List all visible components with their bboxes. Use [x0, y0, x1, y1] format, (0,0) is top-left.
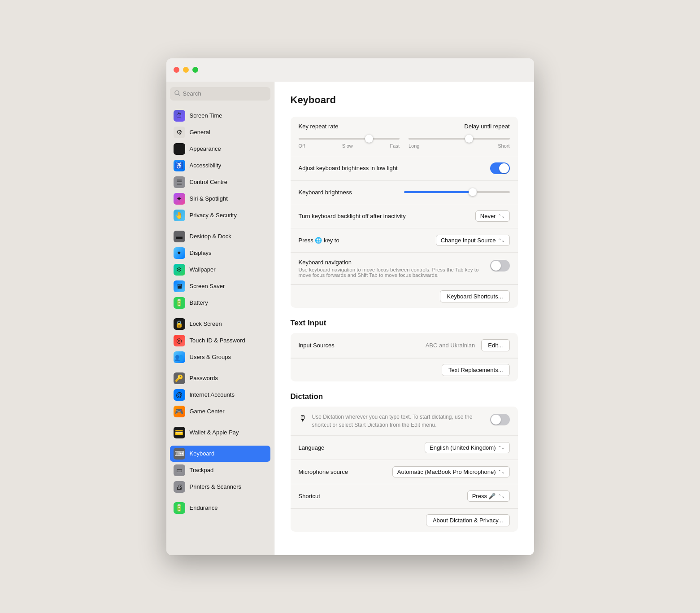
sidebar-item-users[interactable]: 👥Users & Groups	[170, 349, 270, 365]
touch-id-label: Touch ID & Password	[190, 337, 245, 344]
trackpad-icon: ▭	[174, 464, 185, 476]
minimize-button[interactable]	[183, 67, 189, 73]
backlight-label: Turn keyboard backlight off after inacti…	[299, 213, 475, 219]
internet-icon: @	[174, 389, 185, 401]
delay-repeat-track	[409, 138, 510, 140]
sidebar-item-game-center[interactable]: 🎮Game Center	[170, 403, 270, 420]
battery-label: Battery	[190, 299, 208, 306]
main-content: ⏱Screen Time⚙General●Appearance♿Accessib…	[166, 82, 534, 555]
screen-saver-icon: 🖥	[174, 280, 185, 292]
search-box[interactable]	[170, 87, 270, 101]
backlight-row: Turn keyboard backlight off after inacti…	[291, 204, 518, 228]
battery-icon: 🔋	[174, 297, 185, 309]
displays-icon: ✦	[174, 247, 185, 259]
shortcut-row: Shortcut Press 🎤 ⌃⌄	[291, 484, 518, 508]
appearance-label: Appearance	[190, 145, 221, 152]
brightness-toggle-knob	[499, 163, 509, 173]
desktop-label: Desktop & Dock	[190, 233, 231, 240]
language-row: Language English (United Kingdom) ⌃⌄	[291, 436, 518, 460]
text-replacements-button[interactable]: Text Replacements...	[442, 364, 509, 376]
keyboard-shortcuts-button[interactable]: Keyboard Shortcuts...	[440, 290, 509, 302]
text-input-title: Text Input	[291, 319, 518, 328]
sidebar-item-accessibility[interactable]: ♿Accessibility	[170, 158, 270, 174]
sidebar-item-screen-time[interactable]: ⏱Screen Time	[170, 108, 270, 124]
titlebar	[166, 58, 534, 82]
mic-source-dropdown[interactable]: Automatic (MacBook Pro Microphone) ⌃⌄	[392, 466, 510, 477]
sidebar-item-trackpad[interactable]: ▭Trackpad	[170, 462, 270, 478]
kb-brightness-slider[interactable]	[404, 191, 510, 193]
lock-screen-icon: 🔒	[174, 318, 185, 330]
sidebar-item-privacy[interactable]: 🤚Privacy & Security	[170, 207, 270, 223]
sidebar-item-passwords[interactable]: 🔑Passwords	[170, 370, 270, 386]
sidebar-spacer-18	[170, 420, 270, 425]
sidebar-item-siri[interactable]: ✦Siri & Spotlight	[170, 191, 270, 207]
main-panel: Keyboard Key repeat rate Delay until rep…	[274, 82, 534, 555]
privacy-icon: 🤚	[174, 210, 185, 221]
brightness-toggle[interactable]	[490, 162, 510, 174]
svg-line-1	[178, 94, 180, 96]
sidebar-spacer-12	[170, 311, 270, 316]
sidebar-item-battery[interactable]: 🔋Battery	[170, 295, 270, 311]
press-key-dropdown[interactable]: Change Input Source ⌃⌄	[436, 235, 510, 246]
game-center-label: Game Center	[190, 408, 225, 415]
shortcut-label: Shortcut	[299, 493, 467, 499]
touch-id-icon: ◎	[174, 335, 185, 346]
wallpaper-icon: ❄	[174, 264, 185, 276]
sidebar-item-screen-saver[interactable]: 🖥Screen Saver	[170, 278, 270, 294]
sidebar-item-wallpaper[interactable]: ❄Wallpaper	[170, 262, 270, 278]
brightness-label: Adjust keyboard brightness in low light	[299, 165, 490, 171]
wallpaper-label: Wallpaper	[190, 266, 216, 273]
sidebar-item-printers[interactable]: 🖨Printers & Scanners	[170, 479, 270, 495]
key-repeat-labels: Off Slow Fast	[299, 143, 400, 149]
sidebar-item-control-centre[interactable]: ☰Control Centre	[170, 174, 270, 190]
key-repeat-track	[299, 138, 400, 140]
language-dropdown[interactable]: English (United Kingdom) ⌃⌄	[425, 442, 509, 453]
search-icon	[174, 90, 180, 98]
sidebar-item-endurance[interactable]: 🔋Endurance	[170, 500, 270, 516]
nav-label: Keyboard navigation	[299, 259, 483, 266]
dictation-toggle[interactable]	[490, 414, 510, 425]
siri-icon: ✦	[174, 193, 185, 205]
privacy-button[interactable]: About Dictation & Privacy...	[426, 514, 510, 526]
general-icon: ⚙	[174, 127, 185, 138]
sidebar-item-touch-id[interactable]: ◎Touch ID & Password	[170, 333, 270, 349]
passwords-icon: 🔑	[174, 372, 185, 384]
input-sources-edit-button[interactable]: Edit...	[481, 339, 509, 351]
sidebar-item-wallet[interactable]: 💳Wallet & Apple Pay	[170, 425, 270, 441]
text-replacements-btn-row: Text Replacements...	[291, 358, 518, 381]
language-label: Language	[299, 444, 425, 451]
internet-label: Internet Accounts	[190, 391, 235, 398]
search-input[interactable]	[183, 90, 266, 97]
nav-toggle[interactable]	[490, 260, 510, 271]
kb-slider-fill	[404, 191, 473, 193]
trackpad-label: Trackpad	[190, 467, 214, 473]
nav-content: Keyboard navigation Use keyboard navigat…	[299, 259, 483, 278]
sliders-row: Key repeat rate Delay until repeat Off S…	[291, 117, 518, 156]
sidebar-item-desktop[interactable]: ▬Desktop & Dock	[170, 228, 270, 245]
sidebar-item-appearance[interactable]: ●Appearance	[170, 141, 270, 157]
key-repeat-slider[interactable]: Off Slow Fast	[299, 134, 400, 149]
shortcut-dropdown[interactable]: Press 🎤 ⌃⌄	[467, 490, 510, 502]
key-repeat-label: Key repeat rate	[299, 123, 339, 130]
page-title: Keyboard	[291, 94, 518, 106]
dictation-title: Dictation	[291, 392, 518, 401]
sidebar-item-internet[interactable]: @Internet Accounts	[170, 387, 270, 403]
dictation-info-row: 🎙 Use Dictation wherever you can type te…	[291, 407, 518, 436]
delay-repeat-slider[interactable]: Long Short	[409, 134, 510, 149]
dictation-toggle-knob	[491, 415, 501, 425]
close-button[interactable]	[174, 67, 179, 73]
sidebar-item-displays[interactable]: ✦Displays	[170, 245, 270, 261]
sidebar-item-general[interactable]: ⚙General	[170, 124, 270, 140]
kb-brightness-row: Keyboard brightness	[291, 181, 518, 204]
wallet-icon: 💳	[174, 427, 185, 438]
sidebar-item-keyboard[interactable]: ⌨Keyboard	[170, 446, 270, 462]
users-icon: 👥	[174, 351, 185, 363]
displays-label: Displays	[190, 250, 212, 256]
printers-icon: 🖨	[174, 481, 185, 493]
traffic-lights	[174, 67, 198, 73]
fullscreen-button[interactable]	[192, 67, 198, 73]
backlight-dropdown[interactable]: Never ⌃⌄	[475, 210, 510, 222]
sidebar-item-lock-screen[interactable]: 🔒Lock Screen	[170, 316, 270, 332]
lock-screen-label: Lock Screen	[190, 320, 222, 327]
users-label: Users & Groups	[190, 354, 231, 360]
